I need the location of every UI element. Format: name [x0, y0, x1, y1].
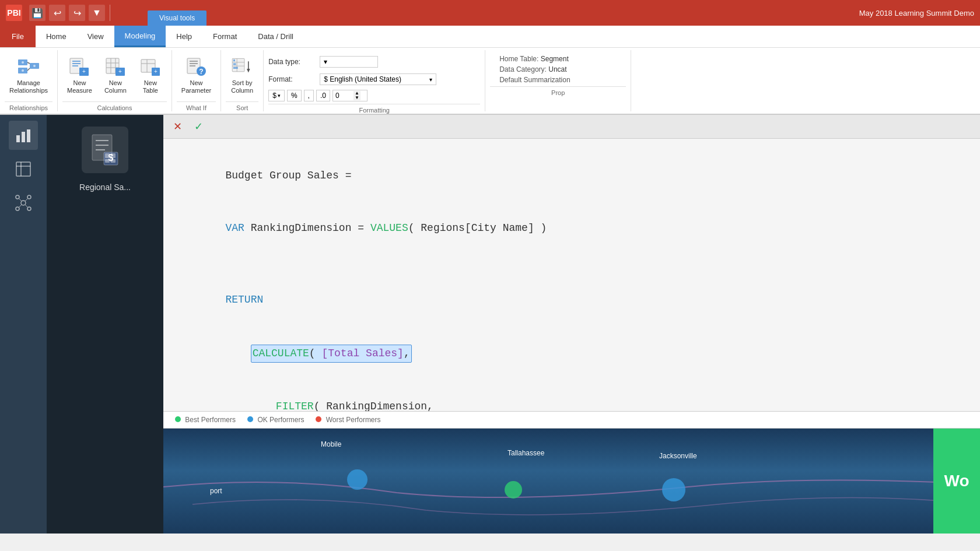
currency-row: $ ▾ % , .0 ▲ ▼: [268, 90, 480, 101]
sidebar-icon-network[interactable]: [9, 188, 38, 217]
format-value-dropdown[interactable]: $ English (United States) ▾: [320, 73, 436, 85]
save-button[interactable]: 💾: [29, 5, 46, 21]
new-table-button[interactable]: + New Table: [134, 52, 167, 97]
format-value-text: $ English (United States): [324, 75, 401, 83]
properties-group-label: Prop: [490, 86, 626, 96]
format-number-input[interactable]: ▲ ▼: [332, 90, 368, 101]
svg-text:+: +: [154, 68, 158, 75]
menu-modeling[interactable]: Modeling: [114, 26, 166, 47]
title-bar-icons: PBI 💾 ↩ ↪ ▼: [6, 5, 113, 21]
best-performers-item: Best Performers: [175, 416, 236, 424]
map-dot-2: [505, 481, 522, 499]
panel-main-icon: $: [82, 127, 128, 173]
svg-point-49: [27, 195, 31, 199]
formula-calculate-line: CALCULATE( [Total Sales],: [175, 328, 968, 379]
sidebar-icon-table[interactable]: [9, 155, 38, 184]
svg-rect-44: [16, 162, 30, 176]
map-svg: [163, 429, 980, 534]
sort-buttons: Sort by Column: [226, 52, 258, 101]
format-row: Format: $ English (United States) ▾: [268, 72, 480, 86]
menu-view[interactable]: View: [77, 26, 114, 47]
properties-content: Home Table: Segment Data Category: Uncat…: [490, 52, 626, 86]
svg-rect-36: [233, 63, 236, 65]
svg-rect-41: [16, 135, 20, 142]
formula-var-line: VAR RankingDimension = VALUES( Regions[C…: [175, 203, 968, 253]
map-label-mobile: Mobile: [321, 440, 341, 448]
worst-performers-label: Worst Performers: [326, 416, 381, 424]
currency-comma-btn[interactable]: ,: [304, 90, 314, 101]
svg-point-50: [16, 207, 19, 210]
relationships-group-label: Relationships: [5, 101, 52, 111]
currency-dollar-btn[interactable]: $ ▾: [268, 90, 285, 101]
new-column-button[interactable]: + New Column: [99, 52, 132, 97]
map-area: Mobile Tallahassee Jacksonville port Wo: [163, 429, 980, 534]
title-separator: [110, 5, 110, 21]
best-performers-label: Best Performers: [185, 416, 236, 424]
svg-rect-43: [27, 129, 30, 142]
svg-line-54: [19, 205, 22, 207]
number-spinners: ▲ ▼: [354, 91, 360, 100]
svg-line-55: [25, 205, 27, 207]
ribbon-group-sort: Sort by Column Sort: [221, 50, 264, 111]
menu-data-drill[interactable]: Data / Drill: [247, 26, 304, 47]
new-measure-icon: +: [68, 55, 91, 78]
svg-rect-65: [111, 159, 116, 163]
manage-relationships-icon: [17, 55, 40, 78]
data-type-dropdown[interactable]: ▾: [320, 56, 378, 68]
formula-confirm-button[interactable]: ✓: [189, 117, 208, 136]
new-parameter-label: New Parameter: [181, 79, 211, 94]
left-sidebar: [0, 115, 47, 534]
redo-button[interactable]: ↪: [69, 5, 85, 21]
menu-help[interactable]: Help: [166, 26, 202, 47]
title-actions: 💾 ↩ ↪ ▼: [29, 5, 105, 21]
menu-home[interactable]: Home: [36, 26, 77, 47]
new-parameter-button[interactable]: ? New Parameter: [177, 52, 216, 97]
map-label-tallahassee: Tallahassee: [508, 449, 544, 457]
best-performers-dot: [175, 416, 181, 422]
default-summary-label: Default Summarization: [499, 76, 570, 84]
new-parameter-icon: ?: [185, 55, 208, 78]
new-table-label: New Table: [143, 79, 158, 94]
svg-point-51: [27, 207, 31, 210]
undo-dropdown-button[interactable]: ▼: [89, 5, 105, 21]
home-table-row: Home Table: Segment: [499, 55, 617, 63]
map-label-jacksonville: Jacksonville: [659, 452, 697, 460]
menu-format[interactable]: Format: [202, 26, 247, 47]
new-measure-button[interactable]: + New Measure: [62, 52, 97, 97]
home-table-label: Home Table:: [499, 55, 538, 63]
manage-relationships-button[interactable]: Manage Relationships: [5, 52, 52, 97]
undo-button[interactable]: ↩: [49, 5, 65, 21]
currency-decimal-btn[interactable]: .0: [316, 90, 330, 101]
sort-group-label: Sort: [226, 101, 258, 111]
format-number-field[interactable]: [333, 90, 354, 101]
new-column-icon: +: [104, 55, 127, 78]
svg-point-5: [22, 61, 24, 64]
formula-area: ✕ ✓ Budget Group Sales = VAR RankingDime…: [163, 115, 980, 534]
title-bar: PBI 💾 ↩ ↪ ▼ Visual tools May 2018 Learni…: [0, 0, 980, 26]
formula-editor[interactable]: Budget Group Sales = VAR RankingDimensio…: [163, 139, 980, 411]
svg-rect-64: [105, 159, 110, 163]
sort-by-column-icon: [230, 55, 254, 78]
currency-percent-btn[interactable]: %: [287, 90, 302, 101]
data-type-row: Data type: ▾: [268, 55, 480, 69]
manage-relationships-label: Manage Relationships: [9, 79, 48, 94]
wo-label: Wo: [944, 472, 969, 490]
ribbon-group-calculations: + New Measure: [58, 50, 172, 111]
menu-file[interactable]: File: [0, 26, 36, 47]
sort-by-column-label: Sort by Column: [231, 79, 253, 94]
format-label: Format:: [268, 75, 315, 83]
sort-by-column-button[interactable]: Sort by Column: [226, 52, 258, 97]
svg-point-48: [16, 195, 19, 199]
number-down-btn[interactable]: ▼: [354, 96, 360, 100]
sidebar-icon-chart[interactable]: [9, 121, 38, 150]
home-table-value: Segment: [541, 55, 569, 63]
menu-bar: File Home View Modeling Help Format Data…: [0, 26, 980, 48]
ok-performers-dot: [247, 416, 253, 422]
wo-badge: Wo: [933, 429, 980, 534]
app-logo: PBI: [6, 5, 22, 21]
formula-cancel-button[interactable]: ✕: [168, 117, 187, 136]
visual-tools-tab[interactable]: Visual tools: [148, 10, 206, 26]
worst-performers-dot: [316, 416, 321, 422]
svg-line-3: [27, 62, 30, 64]
svg-line-4: [27, 68, 30, 71]
